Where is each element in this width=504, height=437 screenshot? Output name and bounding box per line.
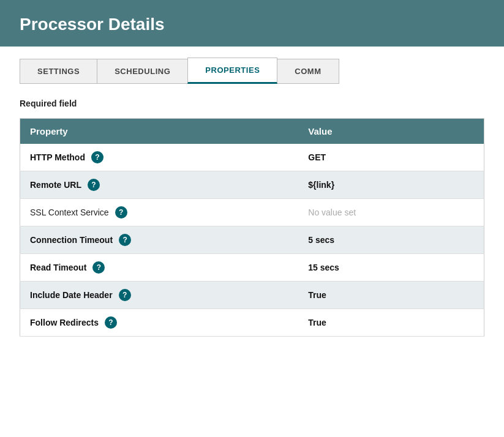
- properties-table: Property Value HTTP Method?GETRemote URL…: [20, 118, 484, 337]
- help-icon[interactable]: ?: [105, 316, 117, 329]
- tabs-container: SETTINGS SCHEDULING PROPERTIES COMM: [0, 47, 504, 84]
- tab-comments[interactable]: COMM: [277, 59, 339, 84]
- property-column-header: Property: [20, 119, 299, 144]
- property-cell: Connection Timeout?: [20, 226, 299, 254]
- table-row: SSL Context Service?No value set: [20, 199, 484, 226]
- property-name: Follow Redirects: [30, 318, 99, 327]
- property-name: HTTP Method: [30, 152, 85, 162]
- property-cell: Follow Redirects?: [20, 309, 299, 337]
- tab-settings[interactable]: SETTINGS: [20, 59, 97, 84]
- value-cell: GET: [298, 144, 484, 171]
- required-field-label: Required field: [20, 99, 484, 108]
- value-cell: No value set: [298, 199, 484, 226]
- property-name: Read Timeout: [30, 263, 86, 272]
- property-cell: SSL Context Service?: [20, 199, 299, 226]
- page-header: Processor Details: [0, 0, 504, 47]
- table-row: Include Date Header?True: [20, 282, 484, 309]
- value-cell: True: [298, 309, 484, 337]
- content-area: Required field Property Value HTTP Metho…: [0, 84, 504, 351]
- help-icon[interactable]: ?: [92, 261, 105, 274]
- help-icon[interactable]: ?: [119, 289, 131, 301]
- help-icon[interactable]: ?: [115, 206, 127, 219]
- property-name: Include Date Header: [30, 290, 113, 300]
- property-name: Connection Timeout: [30, 235, 113, 245]
- value-column-header: Value: [298, 119, 484, 144]
- help-icon[interactable]: ?: [91, 151, 103, 163]
- property-cell: Remote URL?: [20, 171, 299, 199]
- property-name: SSL Context Service: [30, 207, 109, 217]
- property-cell: Include Date Header?: [20, 282, 299, 309]
- tabs-bar: SETTINGS SCHEDULING PROPERTIES COMM: [20, 58, 484, 84]
- value-cell: True: [298, 282, 484, 309]
- table-header-row: Property Value: [20, 119, 484, 144]
- value-cell: ${link}: [298, 171, 484, 199]
- value-cell: 15 secs: [298, 254, 484, 282]
- property-cell: Read Timeout?: [20, 254, 299, 282]
- help-icon[interactable]: ?: [88, 179, 100, 191]
- page-title: Processor Details: [20, 15, 484, 34]
- table-row: HTTP Method?GET: [20, 144, 484, 171]
- table-row: Remote URL?${link}: [20, 171, 484, 199]
- table-row: Read Timeout?15 secs: [20, 254, 484, 282]
- tab-properties[interactable]: PROPERTIES: [187, 58, 277, 84]
- property-name: Remote URL: [30, 180, 81, 190]
- tab-scheduling[interactable]: SCHEDULING: [97, 59, 188, 84]
- table-row: Connection Timeout?5 secs: [20, 226, 484, 254]
- table-row: Follow Redirects?True: [20, 309, 484, 337]
- value-cell: 5 secs: [298, 226, 484, 254]
- help-icon[interactable]: ?: [119, 234, 131, 246]
- property-cell: HTTP Method?: [20, 144, 299, 171]
